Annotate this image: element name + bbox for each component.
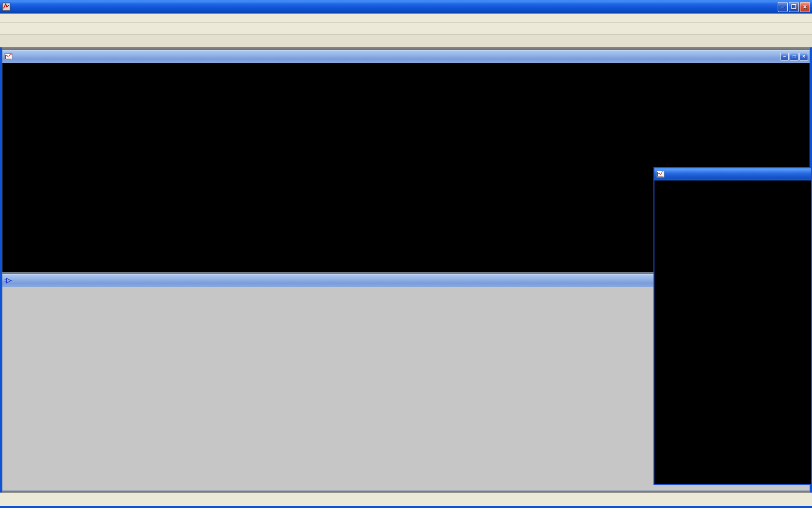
app-restore-button[interactable]: ❐ xyxy=(789,2,799,12)
tab-bar xyxy=(0,35,812,47)
wave-close-button[interactable]: × xyxy=(799,53,808,60)
status-bar xyxy=(0,493,812,506)
fft-window xyxy=(653,167,812,485)
window-frame-bottom xyxy=(0,506,812,508)
wave-maximize-button[interactable]: □ xyxy=(790,53,798,60)
toolbar xyxy=(0,23,812,35)
ltspice-app-icon xyxy=(2,2,11,11)
waveform-icon xyxy=(4,53,13,60)
schematic-icon xyxy=(4,277,13,284)
waveform-icon xyxy=(656,170,665,178)
menu-bar xyxy=(0,14,812,23)
fft-plot[interactable] xyxy=(654,180,811,484)
app-title-bar: – ❐ × xyxy=(0,0,812,14)
wave-minimize-button[interactable]: – xyxy=(780,53,789,60)
app-close-button[interactable]: × xyxy=(800,2,810,12)
fft-plot-pane[interactable] xyxy=(654,180,811,484)
fft-window-title-bar[interactable] xyxy=(654,168,811,180)
app-minimize-button[interactable]: – xyxy=(778,2,788,12)
waveform-window-title-bar[interactable]: – □ × xyxy=(2,50,810,63)
